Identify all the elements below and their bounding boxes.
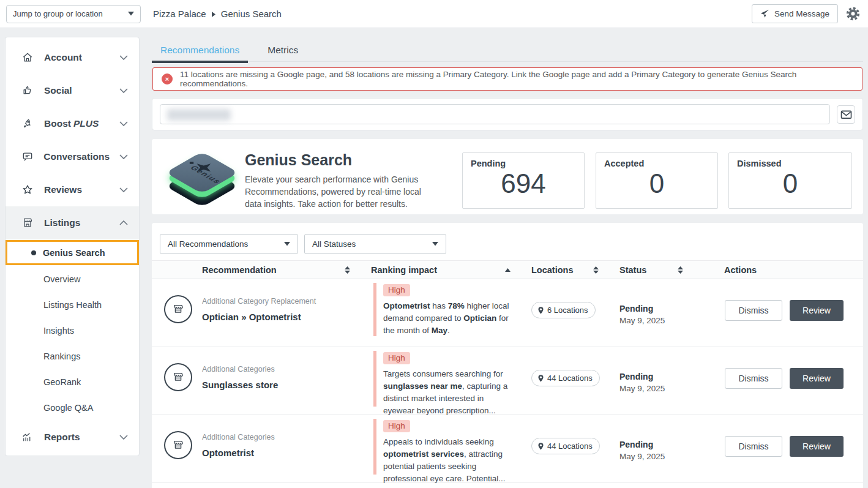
sidebar-item-rankings[interactable]: Rankings: [6, 343, 139, 369]
sidebar-item-overview[interactable]: Overview: [6, 266, 139, 292]
review-button[interactable]: Review: [790, 368, 844, 389]
stat-value: 0: [604, 169, 709, 198]
recommendation-filter-label: All Recommendations: [168, 239, 248, 249]
stat-label: Accepted: [604, 159, 709, 168]
gear-icon[interactable]: [846, 7, 860, 21]
breadcrumb-separator-icon: [212, 12, 215, 17]
sort-icon: [593, 266, 599, 274]
sidebar-item-boost-plus[interactable]: BoostPLUS: [6, 107, 139, 140]
chevron-down-icon: [119, 88, 128, 93]
status-filter-label: All Statuses: [312, 239, 356, 249]
status-text: Pending: [619, 370, 704, 383]
error-banner-text: 11 locations are missing a Google page, …: [180, 70, 853, 88]
location-pin-icon: [537, 374, 544, 383]
tab-metrics[interactable]: Metrics: [259, 40, 307, 62]
recommendation-name: Sunglasses store: [202, 380, 371, 390]
jump-to-group-select[interactable]: Jump to group or location: [6, 5, 141, 23]
chevron-down-icon: [119, 121, 128, 126]
star-icon: [21, 184, 34, 196]
chevron-down-icon: [119, 154, 128, 159]
sidebar-item-label: Social: [44, 85, 72, 96]
sidebar-item-label: Reports: [44, 432, 80, 443]
impact-description: Optometrist has 78% higher local demand …: [383, 300, 510, 337]
column-header-status[interactable]: Status: [619, 265, 704, 275]
sort-icon: [345, 266, 350, 274]
page-description: Elevate your search performance with Gen…: [245, 173, 436, 210]
tab-bar: Recommendations Metrics: [152, 40, 863, 62]
sidebar-item-conversations[interactable]: Conversations: [6, 140, 139, 173]
column-header-recommendation[interactable]: Recommendation: [202, 265, 371, 275]
breadcrumb: Pizza Palace Genius Search: [153, 9, 282, 19]
impact-description: Targets consumers searching for sunglass…: [383, 368, 510, 417]
recommendation-type-select[interactable]: All Recommendations: [160, 234, 298, 254]
chevron-down-icon: [119, 187, 128, 192]
impact-description: Appeals to individuals seeking optometri…: [383, 436, 510, 485]
status-select[interactable]: All Statuses: [304, 234, 446, 254]
search-input[interactable]: [160, 104, 830, 124]
dropdown-arrow-icon: [432, 242, 438, 246]
location-pin-icon: [537, 306, 544, 315]
dropdown-arrow-icon: [128, 12, 134, 16]
sidebar-item-label: Listings: [44, 217, 80, 228]
status-text: Pending: [619, 438, 704, 451]
sidebar-item-georank[interactable]: GeoRank: [6, 369, 139, 395]
stat-label: Dismissed: [737, 159, 844, 168]
sidebar-item-insights[interactable]: Insights: [6, 318, 139, 343]
chart-icon: [21, 431, 34, 443]
jump-to-group-label: Jump to group or location: [13, 9, 103, 18]
column-header-ranking-impact[interactable]: Ranking impact: [371, 265, 531, 275]
sidebar-item-label: Reviews: [44, 184, 82, 195]
sidebar-item-reports[interactable]: Reports: [6, 421, 139, 454]
sidebar-item-google-qa[interactable]: Google Q&A: [6, 395, 139, 421]
envelope-button[interactable]: [837, 105, 855, 124]
table-body: Additional Category Replacement Optician…: [152, 279, 863, 483]
column-header-locations[interactable]: Locations: [531, 265, 619, 275]
table-header: Recommendation Ranking impact Locations …: [152, 260, 863, 279]
dismiss-button[interactable]: Dismiss: [725, 300, 782, 321]
sidebar-item-label: BoostPLUS: [44, 118, 99, 129]
table-row: Additional Categories Sunglasses store H…: [152, 347, 863, 415]
category-circle-icon: [164, 431, 192, 459]
stat-dismissed: Dismissed 0: [728, 152, 852, 209]
sidebar-item-listings-health[interactable]: Listings Health: [6, 292, 139, 318]
sidebar-item-reviews[interactable]: Reviews: [6, 173, 139, 206]
dismiss-button[interactable]: Dismiss: [725, 436, 782, 457]
impact-badge: High: [383, 284, 410, 296]
review-button[interactable]: Review: [790, 436, 844, 457]
breadcrumb-parent[interactable]: Pizza Palace: [153, 9, 206, 19]
recommendation-category: Additional Categories: [202, 433, 371, 441]
send-message-label: Send Message: [774, 9, 829, 18]
sidebar-item-listings[interactable]: Listings: [6, 206, 139, 239]
table-row: Additional Categories Optometrist High A…: [152, 415, 863, 483]
rocket-icon: [21, 118, 34, 130]
impact-level-bar: [373, 283, 376, 336]
sidebar: Account Social BoostPLUS Conversations: [5, 37, 140, 456]
home-icon: [21, 51, 34, 64]
page-title: Genius Search: [245, 151, 352, 169]
sidebar-item-account[interactable]: Account: [6, 41, 139, 74]
category-circle-icon: [164, 363, 192, 391]
sidebar-item-genius-search[interactable]: Genius Search: [6, 240, 139, 265]
status-date: May 9, 2025: [619, 315, 704, 327]
thumbs-up-icon: [21, 84, 34, 97]
tab-recommendations[interactable]: Recommendations: [152, 40, 248, 62]
sort-asc-icon: [505, 268, 511, 272]
stat-value: 694: [471, 169, 576, 198]
stat-value: 0: [737, 169, 844, 198]
locations-pill[interactable]: 6 Locations: [531, 302, 596, 318]
active-bullet-icon: [31, 250, 36, 255]
topbar: Jump to group or location Pizza Palace G…: [0, 0, 868, 28]
recommendation-category: Additional Categories: [202, 365, 371, 374]
send-message-button[interactable]: Send Message: [752, 4, 838, 23]
sidebar-item-social[interactable]: Social: [6, 74, 139, 107]
dismiss-button[interactable]: Dismiss: [725, 368, 782, 389]
locations-pill[interactable]: 44 Locations: [531, 370, 600, 386]
recommendations-panel: All Recommendations All Statuses Recomme…: [152, 223, 863, 488]
impact-badge: High: [383, 352, 410, 364]
recommendation-name: Optician » Optometrist: [202, 312, 371, 322]
review-button[interactable]: Review: [790, 300, 844, 321]
locations-pill[interactable]: 44 Locations: [531, 438, 600, 454]
category-circle-icon: [164, 295, 192, 323]
status-text: Pending: [619, 302, 704, 315]
stat-pending: Pending 694: [462, 152, 585, 209]
